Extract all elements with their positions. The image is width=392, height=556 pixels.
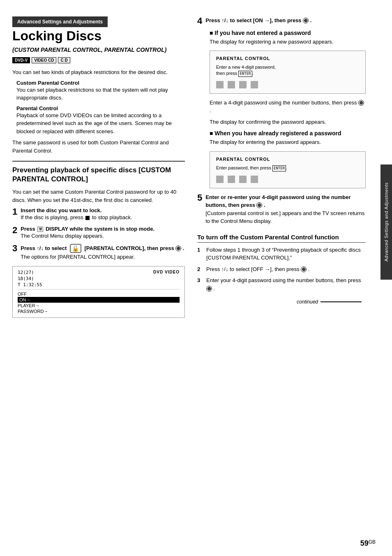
parental-control-box2: PARENTAL CONTROL Enter password, then pr…: [210, 151, 366, 188]
header-box: Advanced Settings and Adjustments: [12, 16, 108, 27]
step-circle3: ⊕: [301, 266, 307, 272]
step2-content: Press ज़ DISPLAY while the system is in s…: [21, 226, 185, 240]
password-squares-2: [216, 176, 359, 183]
parental-icon: 🔒: [70, 244, 81, 253]
password-square: [216, 176, 224, 183]
turn-off-step2: 2 Press ↑/↓ to select [OFF →], then pres…: [197, 265, 366, 273]
step4-container: 4 Press ↑/↓ to select [ON →], then press…: [197, 16, 366, 25]
continued-text: continued: [297, 299, 318, 305]
section-divider: [12, 161, 185, 162]
step4-circle: ⊕: [303, 18, 309, 23]
when-registered-title: ■ When you have already registered a pas…: [210, 130, 366, 137]
enter-password-text: Enter a 4-digit password using the numbe…: [210, 99, 366, 115]
step5-content: Enter or re-enter your 4-digit password …: [205, 193, 366, 229]
sidebar-tab: Advanced Settings and Adjustments: [380, 164, 392, 280]
no-password-title: ■ If you have not entered a password: [210, 30, 366, 36]
enter-icon2: ENTER: [272, 165, 286, 171]
main-title: Locking Discs: [12, 29, 185, 43]
password-square: [239, 176, 247, 183]
menu-box-inner: 12(27) DVD VIDEO 18(34) T 1:32:55 OFF ON…: [13, 266, 184, 317]
turn-off-step1: 1 Follow steps 1 through 3 of “Preventin…: [197, 246, 366, 262]
step4-content: Press ↑/↓ to select [ON →], then press ⊕…: [205, 16, 366, 25]
enter-icon: ENTER: [238, 71, 252, 77]
menu-option-off: OFF: [18, 291, 180, 297]
bullet-custom-parental: Custom Parental Control You can set play…: [16, 80, 185, 102]
confirm-text: The display for confirming the password …: [210, 118, 366, 126]
continued-bar: [321, 301, 362, 302]
parental-control-box1: PARENTAL CONTROL Enter a new 4-digit pas…: [210, 51, 366, 94]
circle-plus-icon: ⊕: [175, 246, 181, 251]
dvdv-badge: DVD-V: [12, 57, 30, 63]
menu-option-password: PASSWORD→: [18, 308, 180, 314]
step3-container: 3 Press ↑/↓ to select 🔒 [PARENTAL CONTRO…: [12, 244, 185, 261]
format-badges: DVD-V VIDEO CD C D: [12, 57, 185, 63]
step5-number: 5: [197, 193, 202, 202]
preventing-section-title: Preventing playback of specific discs [C…: [12, 166, 185, 184]
no-password-section: ■ If you have not entered a password The…: [210, 30, 366, 126]
videocd-badge: VIDEO CD: [32, 57, 56, 63]
intro-line1: You can set two kinds of playback restri…: [12, 68, 185, 76]
turn-off-section: To turn off the Custom Parental Control …: [197, 234, 366, 293]
password-squares-1: [216, 81, 359, 88]
box1-text: Enter a new 4-digit password, then press…: [216, 64, 359, 77]
step2-container: 2 Press ज़ DISPLAY while the system is in…: [12, 226, 185, 240]
bullet-parental: Parental Control Playback of some DVD VI…: [16, 105, 185, 136]
password-square: [251, 176, 258, 183]
subtitle: (CUSTOM PARENTAL CONTROL, PARENTAL CONTR…: [12, 46, 185, 53]
display-icon: ज़: [37, 227, 43, 232]
menu-time-row1: 12(27) DVD VIDEO: [18, 270, 180, 275]
step1-content: Insert the disc you want to lock. If the…: [21, 207, 185, 222]
circle-plus-icon2: ⊕: [358, 100, 364, 106]
step4-number: 4: [197, 16, 202, 25]
menu-time-row3: T 1:32:55: [18, 282, 180, 287]
cd-badge: C D: [58, 57, 70, 63]
password-square: [228, 81, 235, 88]
step5-text: [Custom parental control is set.] appear…: [205, 209, 366, 225]
password-square: [216, 81, 224, 88]
menu-option-player: PLAYER→: [18, 303, 180, 308]
menu-time-row2: 18(34): [18, 276, 180, 281]
turn-off-steps: 1 Follow steps 1 through 3 of “Preventin…: [197, 246, 366, 293]
continued-line: continued: [197, 299, 366, 305]
step3-content: Press ↑/↓ to select 🔒 [PARENTAL CONTROL]…: [21, 244, 185, 261]
advanced-settings-label: Advanced Settings and Adjustments: [17, 19, 103, 25]
password-square: [251, 81, 258, 88]
no-password-text: The display for registering a new passwo…: [210, 38, 366, 46]
step5-container: 5 Enter or re-enter your 4-digit passwor…: [197, 193, 366, 229]
step1-container: 1 Insert the disc you want to lock. If t…: [12, 207, 185, 222]
box2-text: Enter password, then press ENTER.: [216, 165, 359, 171]
same-password-note: The same password is used for both Custo…: [12, 139, 185, 155]
box1-title: PARENTAL CONTROL: [216, 56, 359, 61]
when-registered-text: The display for entering the password ap…: [210, 138, 366, 146]
step-circle4: ⊕: [206, 286, 212, 292]
already-registered-section: ■ When you have already registered a pas…: [210, 130, 366, 188]
step2-number: 2: [12, 226, 17, 235]
password-square: [239, 81, 247, 88]
page-number-box: 59GB: [360, 539, 376, 548]
step5-circle: ⊕: [256, 202, 262, 208]
menu-options: OFF ON→ PLAYER→ PASSWORD→: [18, 289, 180, 314]
box2-title: PARENTAL CONTROL: [216, 157, 359, 162]
step1-number: 1: [12, 207, 17, 216]
turn-off-title: To turn off the Custom Parental Control …: [197, 234, 366, 243]
password-square: [228, 176, 235, 183]
preventing-section-body: You can set the same Custom Parental Con…: [12, 188, 185, 204]
menu-option-on: ON→: [18, 297, 180, 303]
stop-icon: [85, 216, 90, 220]
turn-off-step3: 3 Enter your 4-digit password using the …: [197, 276, 366, 292]
step3-number: 3: [12, 244, 17, 253]
menu-display-box: 12(27) DVD VIDEO 18(34) T 1:32:55 OFF ON…: [12, 266, 185, 318]
